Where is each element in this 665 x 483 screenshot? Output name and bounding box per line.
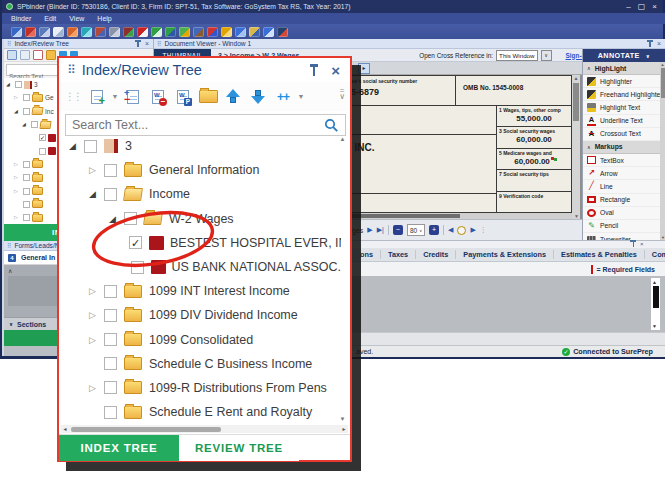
expander-open-icon[interactable]: ◢ [109, 214, 124, 224]
annotate-tool-highlighter[interactable]: Freehand Highlighte [583, 88, 661, 101]
menu-view[interactable]: View [69, 15, 84, 22]
viewer-vertical-scrollbar[interactable]: ▲▼ [572, 75, 580, 219]
close-panel-icon[interactable]: × [145, 40, 149, 47]
expander-open-icon[interactable]: ◢ [89, 189, 104, 199]
annotate-tool-underline-text[interactable]: AUnderline Text [583, 115, 661, 128]
lock-icon[interactable] [221, 27, 232, 37]
checkbox[interactable] [104, 309, 117, 322]
flag-icon[interactable] [123, 27, 134, 37]
checkbox[interactable] [23, 161, 30, 168]
expander-open-icon[interactable]: ◢ [6, 82, 13, 87]
dialog-search-input[interactable] [66, 118, 324, 132]
tab-index-tree[interactable]: INDEX TREE [59, 435, 179, 461]
export-pdf-icon[interactable] [25, 27, 36, 37]
expander-closed-icon[interactable]: ▷ [14, 175, 21, 180]
checkbox[interactable] [104, 381, 117, 394]
expander-closed-icon[interactable]: ▷ [14, 215, 21, 220]
user-icon[interactable] [249, 27, 260, 37]
bottom-tab[interactable]: Credits [416, 250, 456, 259]
checkbox[interactable] [104, 188, 117, 201]
expander-closed-icon[interactable]: ▷ [14, 189, 21, 194]
expand-collapse-icon[interactable] [20, 50, 30, 60]
annotate-tool-pencil[interactable]: ✎Pencil [583, 220, 661, 233]
tab-review-tree[interactable]: REVIEW TREE [179, 435, 299, 461]
expander-closed-icon[interactable]: ▷ [89, 286, 104, 296]
tree-item[interactable]: ▷1099 INT Interest Income [59, 279, 341, 303]
checkbox[interactable] [23, 188, 30, 195]
checkbox[interactable] [23, 174, 30, 181]
checkbox[interactable] [23, 94, 30, 101]
expander-closed-icon[interactable]: ▷ [89, 165, 104, 175]
checkbox[interactable] [15, 81, 22, 88]
expander-closed-icon[interactable]: ▷ [89, 383, 104, 393]
expander-closed-icon[interactable]: ▷ [89, 310, 104, 320]
bottom-tab[interactable]: Estimates & Penalties [554, 250, 645, 259]
move-up-button[interactable] [222, 86, 244, 107]
remove-document-icon[interactable] [33, 50, 43, 60]
add-node-icon[interactable] [7, 50, 17, 60]
expander-open-icon[interactable]: ◢ [69, 141, 84, 151]
tree-item[interactable]: ◢W-2 Wages [59, 207, 341, 231]
annotate-tool-highlighter[interactable]: Highlighter [583, 75, 661, 88]
annotate-tool-textbox[interactable]: TextBox [583, 154, 661, 167]
dialog-horizontal-scrollbar[interactable]: ◄► [61, 425, 348, 433]
expander-closed-icon[interactable]: ▷ [14, 95, 21, 100]
tree-item[interactable]: ✓BESTEST HOSPITAL EVER, IN [59, 231, 341, 255]
checkbox[interactable] [31, 121, 38, 128]
menu-edit[interactable]: Edit [44, 15, 56, 22]
tree-item[interactable]: ▷General Information [59, 158, 341, 182]
checkbox[interactable] [104, 333, 117, 346]
swap-arrows-icon[interactable] [207, 27, 218, 37]
zoom-level-select[interactable]: 80∨ [407, 224, 425, 236]
menu-help[interactable]: Help [97, 15, 111, 22]
next-page-icon[interactable]: ▶ [367, 226, 372, 234]
checkbox[interactable] [131, 261, 144, 274]
rotate-right-icon[interactable]: ▶ [470, 226, 475, 234]
chart-icon[interactable] [277, 27, 288, 37]
expander-closed-icon[interactable]: ▷ [14, 162, 21, 167]
tree-item[interactable]: ◢3 [59, 134, 341, 158]
annotate-header[interactable]: ANNOTATE ∨ [583, 49, 665, 62]
upload-box-icon[interactable] [67, 27, 78, 37]
annotate-tool-line[interactable]: ╱Line [583, 180, 661, 193]
move-down-button[interactable] [247, 86, 269, 107]
expander-open-icon[interactable]: ◢ [22, 122, 29, 127]
document-icon[interactable] [53, 27, 64, 37]
menu-binder[interactable]: Binder [11, 15, 31, 22]
checkbox-checked[interactable]: ✓ [39, 134, 46, 141]
document-properties-button[interactable]: WP [172, 86, 194, 107]
zoom-out-button[interactable]: − [393, 225, 403, 235]
pin-icon[interactable] [135, 40, 141, 48]
toolbar-overflow-icon[interactable]: =∨ [339, 88, 345, 99]
pin-icon[interactable] [309, 64, 319, 77]
print-icon[interactable] [39, 27, 50, 37]
minimize-button[interactable]: – [626, 2, 630, 11]
bottom-tab[interactable]: ons [353, 250, 381, 259]
annotate-section-header[interactable]: ∧HighLight [583, 62, 661, 75]
restore-button[interactable]: ▢ [638, 2, 646, 11]
move-shapes-icon[interactable] [95, 27, 106, 37]
tree-item[interactable]: ▷1099 Consolidated [59, 328, 341, 352]
zoom-in-button[interactable]: + [429, 225, 439, 235]
tree-item[interactable]: ▷1099 DIV Dividend Income [59, 303, 341, 327]
tree-item[interactable]: Schedule C Business Income [59, 352, 341, 376]
spreadsheet-alt-icon[interactable] [165, 27, 176, 37]
bottom-tab[interactable]: Taxes [381, 250, 416, 259]
tree-item[interactable]: Schedule E Rent and Royalty [59, 400, 341, 424]
tree-item[interactable]: US BANK NATIONAL ASSOC. [59, 255, 341, 279]
spreadsheet-icon[interactable] [151, 27, 162, 37]
folder-icon[interactable] [46, 50, 56, 60]
grid-colored-icon[interactable] [179, 27, 190, 37]
annotate-tool-arrow[interactable]: ↗Arrow [583, 167, 661, 180]
settings-icon[interactable] [109, 27, 120, 37]
dialog-search[interactable] [65, 114, 346, 136]
collapse-icon[interactable]: ∧ [8, 268, 12, 274]
checkbox[interactable] [23, 108, 30, 115]
search-icon[interactable] [324, 118, 339, 133]
checkbox[interactable] [84, 140, 97, 153]
close-panel-icon[interactable]: × [640, 241, 644, 247]
expander-open-icon[interactable]: ◢ [14, 109, 21, 114]
checkbox[interactable] [23, 201, 30, 208]
save-icon[interactable] [11, 27, 22, 37]
close-panel-icon[interactable]: × [657, 40, 661, 47]
